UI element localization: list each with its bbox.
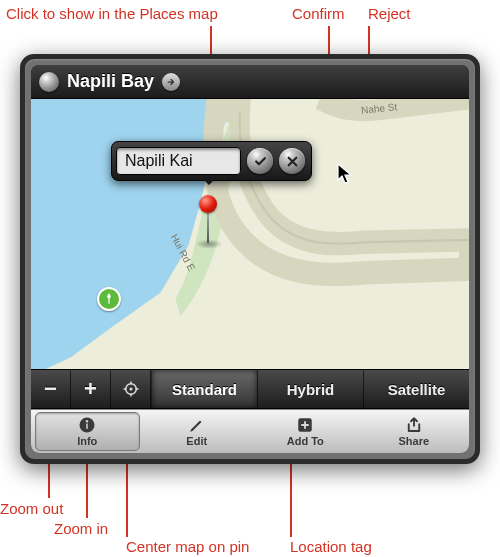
info-panel: Napili Bay Hui Rd E Nahe St [20, 54, 480, 464]
park-badge-icon [97, 287, 121, 311]
tab-label: Add To [287, 435, 324, 447]
annotation-reject: Reject [368, 5, 411, 23]
title-bar: Napili Bay [31, 65, 469, 99]
x-icon [286, 155, 299, 168]
map-mode-satellite[interactable]: Satellite [363, 370, 469, 408]
show-in-places-button[interactable] [162, 73, 180, 91]
annotation-center: Center map on pin [126, 538, 249, 556]
globe-icon [39, 72, 59, 92]
map-mode-segmented: Standard Hybrid Satellite [151, 370, 469, 408]
tab-info[interactable]: Info [35, 412, 140, 451]
map-canvas [31, 99, 469, 369]
location-tag-input[interactable] [116, 147, 241, 175]
share-icon [405, 416, 423, 434]
zoom-in-button[interactable]: + [71, 370, 111, 408]
annotation-confirm: Confirm [292, 5, 345, 23]
crosshair-icon [122, 380, 140, 398]
map-mode-hybrid[interactable]: Hybrid [257, 370, 363, 408]
center-on-pin-button[interactable] [111, 370, 151, 408]
map-view[interactable]: Hui Rd E Nahe St [31, 99, 469, 369]
tab-share[interactable]: Share [363, 412, 466, 451]
info-icon [78, 416, 96, 434]
tab-label: Share [398, 435, 429, 447]
annotation-zoom-out: Zoom out [0, 500, 63, 518]
annotation-location-tag: Location tag [290, 538, 372, 556]
pencil-icon [188, 416, 206, 434]
tab-label: Info [77, 435, 97, 447]
pin-stick [207, 211, 209, 243]
tab-edit[interactable]: Edit [146, 412, 249, 451]
panel-inner: Napili Bay Hui Rd E Nahe St [31, 65, 469, 453]
plus-square-icon [296, 416, 314, 434]
svg-point-1 [129, 388, 132, 391]
map-control-bar: − + Standard Hybrid Satellite [31, 369, 469, 409]
bottom-toolbar: Info Edit Add To Share [31, 409, 469, 453]
tab-label: Edit [186, 435, 207, 447]
confirm-button[interactable] [247, 148, 273, 174]
annotation-zoom-in: Zoom in [54, 520, 108, 538]
location-pin-icon[interactable] [199, 195, 217, 213]
location-title: Napili Bay [67, 71, 154, 92]
svg-point-4 [86, 420, 88, 422]
svg-rect-3 [87, 424, 89, 429]
annotation-show-places: Click to show in the Places map [6, 5, 218, 23]
check-icon [254, 155, 267, 168]
tab-add-to[interactable]: Add To [254, 412, 357, 451]
pin-shadow [195, 239, 223, 249]
zoom-out-button[interactable]: − [31, 370, 71, 408]
location-tag-popover [111, 141, 312, 181]
reject-button[interactable] [279, 148, 305, 174]
arrow-right-icon [166, 77, 176, 87]
map-mode-standard[interactable]: Standard [151, 370, 257, 408]
